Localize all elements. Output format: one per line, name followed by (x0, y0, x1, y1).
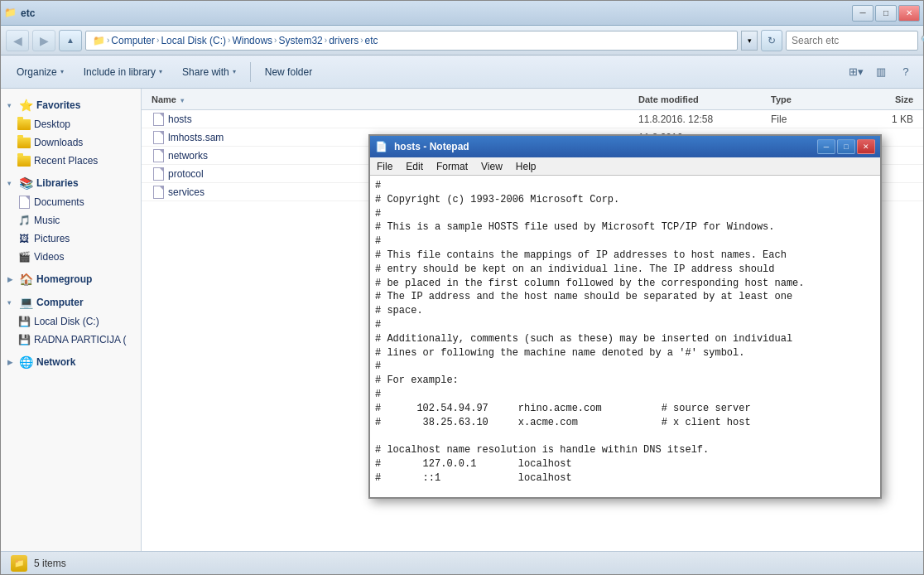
back-button[interactable]: ◀ (6, 30, 29, 51)
notepad-controls: ─ □ ✕ (817, 139, 875, 154)
column-date[interactable]: Date modified (635, 94, 768, 104)
forward-button[interactable]: ▶ (32, 30, 55, 51)
file-name-hosts: hosts (148, 113, 635, 126)
radna-drive-icon: 💾 (17, 333, 31, 346)
sidebar-section-network: ▶ 🌐 Network (1, 352, 141, 372)
minimize-button[interactable]: ─ (852, 5, 873, 22)
libraries-collapse-arrow: ▾ (7, 180, 16, 187)
up-button[interactable]: ▲ (59, 30, 82, 51)
refresh-button[interactable]: ↻ (761, 30, 782, 51)
recent-places-folder-icon (17, 154, 31, 167)
include-in-library-button[interactable]: Include in library ▾ (75, 60, 171, 85)
sidebar-favorites-header[interactable]: ▾ ⭐ Favorites (1, 95, 141, 115)
music-icon: 🎵 (17, 214, 31, 227)
column-name[interactable]: Name ▾ (148, 94, 635, 104)
desktop-folder-icon (17, 118, 31, 131)
documents-icon (17, 196, 31, 209)
sidebar-libraries-header[interactable]: ▾ 📚 Libraries (1, 173, 141, 193)
view-options-button[interactable]: ⊞▾ (845, 62, 867, 82)
sidebar-homegroup-header[interactable]: ▶ 🏠 Homegroup (1, 269, 141, 289)
notepad-window: 📄 hosts - Notepad ─ □ ✕ File Edit Format… (368, 134, 882, 499)
hosts-file-icon (152, 113, 165, 126)
status-folder-icon: 📁 (11, 555, 27, 572)
status-item-count: 5 items (34, 558, 66, 569)
share-with-button[interactable]: Share with ▾ (173, 60, 245, 85)
notepad-menu-help[interactable]: Help (509, 157, 543, 176)
file-date-hosts: 11.8.2016. 12:58 (635, 114, 768, 125)
toolbar-separator (250, 62, 251, 82)
table-row[interactable]: hosts 11.8.2016. 12:58 File 1 KB (142, 110, 923, 128)
address-path-bar[interactable]: 📁 › Computer › Local Disk (C:) › Windows… (85, 31, 738, 51)
maximize-button[interactable]: □ (875, 5, 897, 22)
local-disk-icon: 💾 (17, 315, 31, 328)
services-file-icon (152, 186, 165, 199)
sidebar-section-homegroup: ▶ 🏠 Homegroup (1, 269, 141, 289)
address-dropdown-button[interactable]: ▾ (741, 31, 758, 51)
sidebar-item-documents[interactable]: Documents (1, 193, 141, 211)
sidebar-item-pictures[interactable]: 🖼 Pictures (1, 230, 141, 248)
notepad-window-icon: 📄 (375, 141, 387, 152)
column-type[interactable]: Type (768, 94, 850, 104)
pictures-icon: 🖼 (17, 232, 31, 245)
notepad-menu-file[interactable]: File (370, 157, 399, 176)
file-list-header: Name ▾ Date modified Type Size (142, 89, 923, 110)
address-bar: ◀ ▶ ▲ 📁 › Computer › Local Disk (C:) › W… (1, 26, 923, 56)
notepad-content-area[interactable]: # # Copyright (c) 1993-2006 Microsoft Co… (370, 176, 880, 497)
path-system32[interactable]: System32 (278, 35, 322, 46)
sidebar-item-music[interactable]: 🎵 Music (1, 211, 141, 230)
path-computer[interactable]: Computer (111, 35, 155, 46)
share-with-arrow: ▾ (233, 68, 236, 75)
search-icon[interactable]: 🔍 (921, 31, 924, 50)
path-windows[interactable]: Windows (232, 35, 272, 46)
sidebar-item-desktop[interactable]: Desktop (1, 115, 141, 133)
organize-dropdown-arrow: ▾ (60, 68, 64, 75)
libraries-icon: 📚 (19, 176, 33, 190)
new-folder-button[interactable]: New folder (256, 60, 321, 85)
notepad-close-button[interactable]: ✕ (857, 139, 875, 154)
sidebar-item-local-disk[interactable]: 💾 Local Disk (C:) (1, 312, 141, 331)
computer-icon: 💻 (19, 296, 33, 309)
path-drivers[interactable]: drivers (329, 35, 359, 46)
computer-collapse-arrow: ▾ (7, 299, 16, 307)
network-icon: 🌐 (19, 355, 33, 369)
notepad-maximize-button[interactable]: □ (837, 139, 855, 154)
sidebar-section-computer: ▾ 💻 Computer 💾 Local Disk (C:) 💾 RADNA P… (1, 292, 141, 349)
downloads-folder-icon (17, 136, 31, 149)
sidebar-item-recent-places[interactable]: Recent Places (1, 152, 141, 170)
status-bar: 📁 5 items (1, 551, 923, 574)
search-input[interactable] (787, 33, 921, 48)
sidebar-computer-header[interactable]: ▾ 💻 Computer (1, 292, 141, 312)
notepad-minimize-button[interactable]: ─ (817, 139, 835, 154)
window-title: etc (21, 7, 852, 19)
name-sort-icon: ▾ (180, 97, 184, 104)
notepad-menu-view[interactable]: View (474, 157, 509, 176)
organize-button[interactable]: Organize ▾ (7, 60, 73, 85)
notepad-title-text: hosts - Notepad (394, 141, 814, 152)
window-icon: 📁 (4, 7, 17, 20)
protocol-file-icon (152, 167, 165, 181)
homegroup-collapse-arrow: ▶ (7, 276, 16, 283)
path-etc[interactable]: etc (365, 35, 378, 46)
notepad-menu-edit[interactable]: Edit (399, 157, 430, 176)
help-button[interactable]: ? (895, 62, 917, 82)
notepad-text-content: # # Copyright (c) 1993-2006 Microsoft Co… (370, 176, 880, 489)
toolbar: Organize ▾ Include in library ▾ Share wi… (1, 56, 923, 89)
preview-pane-button[interactable]: ▥ (870, 62, 892, 82)
close-button[interactable]: ✕ (898, 5, 920, 22)
sidebar-section-favorites: ▾ ⭐ Favorites Desktop Downloads Recent P… (1, 95, 141, 170)
sidebar: ▾ ⭐ Favorites Desktop Downloads Recent P… (1, 89, 142, 551)
toolbar-right: ⊞▾ ▥ ? (845, 62, 917, 82)
search-box: 🔍 (786, 31, 918, 51)
notepad-menu-format[interactable]: Format (430, 157, 474, 176)
sidebar-item-radna-particija[interactable]: 💾 RADNA PARTICIJA ( (1, 331, 141, 349)
notepad-menu-bar: File Edit Format View Help (370, 157, 880, 176)
title-bar: 📁 etc ─ □ ✕ (1, 1, 923, 26)
sidebar-network-header[interactable]: ▶ 🌐 Network (1, 352, 141, 372)
sidebar-item-videos[interactable]: 🎬 Videos (1, 248, 141, 266)
column-size[interactable]: Size (850, 94, 917, 104)
window-controls: ─ □ ✕ (852, 5, 920, 22)
favorites-icon: ⭐ (19, 99, 33, 112)
sidebar-item-downloads[interactable]: Downloads (1, 133, 141, 152)
path-icon: 📁 (93, 35, 105, 46)
path-localdisk[interactable]: Local Disk (C:) (161, 35, 226, 46)
